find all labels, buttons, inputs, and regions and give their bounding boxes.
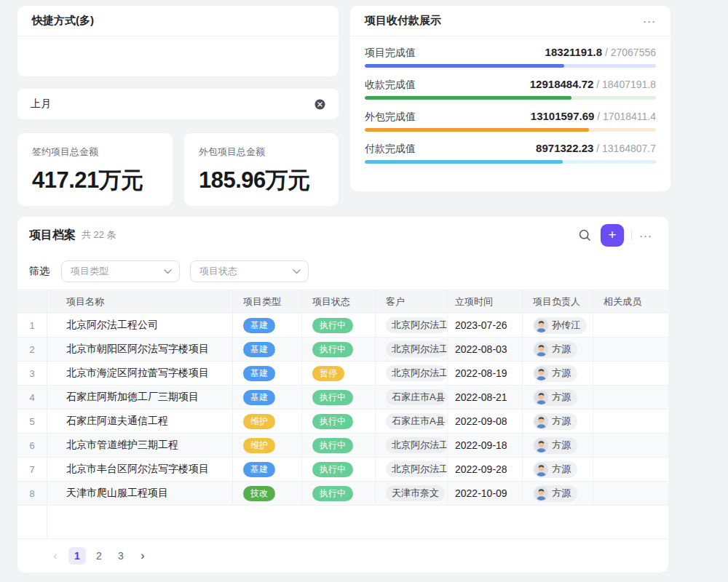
quick-filter-card[interactable]: 上月: [17, 89, 339, 119]
archive-header: 项目档案 共 22 条 + ···: [17, 217, 668, 253]
pagination-page-3[interactable]: 3: [112, 547, 130, 565]
project-name-cell: 北京阿尔法工程公司: [47, 314, 233, 338]
stat-card-outsourced-amount: 外包项目总金额 185.96万元: [184, 133, 339, 206]
archive-table: 项目名称 项目类型 项目状态 客户 立项时间 项目负责人 相关成员 1 北京阿尔…: [17, 290, 668, 539]
table-row[interactable]: 7 北京市丰台区阿尔法写字楼项目 基建 执行中 北京阿尔法工程公司 2022-0…: [17, 458, 668, 482]
table-row[interactable]: 3 北京市海淀区阿拉蕾写字楼项目 基建 暂停 北京阿尔法工程公司 2022-08…: [17, 362, 668, 386]
project-status-cell: 执行中: [302, 458, 376, 482]
owner-pill: 方源: [533, 437, 577, 454]
filter-project-status-dropdown[interactable]: 项目状态: [190, 260, 309, 282]
col-project-type: 项目类型: [233, 290, 302, 314]
project-status-tag: 执行中: [312, 318, 353, 333]
row-number: 7: [17, 458, 47, 482]
metric-total-value: / 17018411.4: [594, 111, 656, 122]
col-members: 相关成员: [593, 290, 668, 314]
filter-project-type-dropdown[interactable]: 项目类型: [61, 260, 180, 282]
start-date-cell: 2022-09-28: [448, 458, 523, 482]
owner-name: 方源: [552, 367, 571, 380]
clear-filter-icon[interactable]: [314, 99, 325, 110]
owner-cell: 方源: [523, 338, 593, 362]
divider: [631, 229, 632, 241]
metric-label: 收款完成值: [365, 79, 416, 92]
owner-pill: 方源: [533, 413, 577, 430]
owner-pill: 孙传江: [533, 317, 587, 334]
stat-value: 185.96万元: [199, 165, 324, 196]
owner-cell: 方源: [523, 410, 593, 434]
row-number: 3: [17, 362, 47, 386]
project-type-tag: 技改: [243, 486, 275, 501]
archive-title: 项目档案: [29, 228, 76, 243]
stat-card-signed-amount: 签约项目总金额 417.21万元: [17, 133, 173, 206]
pagination: ‹123›: [17, 539, 668, 565]
search-icon[interactable]: [574, 225, 595, 245]
progress-track: [365, 64, 656, 68]
project-archive-card: 项目档案 共 22 条 + ··· 筛选 项目类型 项目状态: [17, 217, 668, 573]
table-row[interactable]: 4 石家庄阿斯加德工厂三期项目 基建 执行中 石家庄市A县 2022-08-21…: [17, 386, 668, 410]
stat-label: 外包项目总金额: [199, 146, 324, 159]
pagination-prev-icon[interactable]: ‹: [47, 547, 64, 565]
metric-current-value: 8971322.23: [536, 142, 593, 154]
row-number: 4: [17, 386, 47, 410]
filter-label: 筛选: [29, 265, 50, 278]
project-name-cell: 北京市丰台区阿尔法写字楼项目: [47, 458, 233, 482]
project-type-tag: 维护: [243, 438, 275, 453]
metric-label: 付款完成值: [365, 143, 416, 156]
stat-label: 签约项目总金额: [32, 146, 158, 159]
payment-display-card: 项目收付款展示 ··· 项目完成值 18321191.8 / 27067556 …: [350, 6, 670, 191]
stat-value: 417.21万元: [32, 165, 158, 196]
customer-pill: 北京阿尔法工程公司: [386, 341, 447, 358]
pagination-page-2[interactable]: 2: [90, 547, 108, 565]
payment-metric: 项目完成值 18321191.8 / 27067556: [365, 46, 656, 68]
table-row[interactable]: 6 北京市管道维护三期工程 维护 执行中 北京阿尔法工程公司 2022-09-1…: [17, 434, 668, 458]
table-row[interactable]: 5 石家庄阿道夫通信工程 维护 执行中 石家庄市A县 2022-09-08 方源: [17, 410, 668, 434]
owner-pill: 方源: [533, 341, 577, 358]
members-cell: [593, 386, 668, 410]
project-type-tag: 基建: [243, 366, 275, 381]
avatar: [534, 463, 548, 477]
customer-pill: 北京阿尔法工程公司: [386, 317, 447, 334]
owner-name: 方源: [552, 463, 571, 476]
project-type-cell: 技改: [233, 482, 302, 506]
start-date-cell: 2023-07-26: [448, 314, 523, 338]
dropdown-placeholder: 项目状态: [199, 265, 237, 278]
progress-fill: [365, 128, 589, 132]
col-customer: 客户: [376, 290, 448, 314]
members-cell: [593, 434, 668, 458]
project-type-cell: 基建: [233, 362, 302, 386]
owner-pill: 方源: [533, 389, 577, 406]
shortcut-card: 快捷方式(多): [17, 6, 339, 76]
start-date-cell: 2022-08-21: [448, 386, 523, 410]
table-row[interactable]: 2 北京市朝阳区阿尔法写字楼项目 基建 执行中 北京阿尔法工程公司 2022-0…: [17, 338, 668, 362]
progress-track: [365, 128, 656, 132]
pagination-next-icon[interactable]: ›: [134, 547, 151, 565]
customer-cell: 石家庄市A县: [376, 386, 448, 410]
archive-more-icon[interactable]: ···: [639, 229, 652, 242]
add-record-button[interactable]: +: [601, 224, 624, 247]
project-status-tag: 执行中: [312, 462, 353, 477]
avatar: [534, 415, 548, 428]
members-cell: [593, 338, 668, 362]
pagination-page-1[interactable]: 1: [68, 547, 86, 565]
members-cell: [593, 362, 668, 386]
project-type-cell: 基建: [233, 386, 302, 410]
customer-pill: 北京阿尔法工程公司: [386, 437, 447, 454]
project-type-tag: 维护: [243, 414, 275, 429]
payment-card-header: 项目收付款展示 ···: [350, 6, 670, 36]
progress-track: [365, 160, 656, 164]
project-name-cell: 天津市爬山服工程项目: [47, 482, 233, 506]
members-cell: [593, 482, 668, 506]
more-icon[interactable]: ···: [643, 15, 656, 27]
customer-cell: 天津市奈文: [376, 482, 448, 506]
project-status-cell: 执行中: [302, 410, 376, 434]
metric-label: 外包完成值: [365, 111, 416, 124]
customer-cell: 北京阿尔法工程公司: [376, 314, 448, 338]
project-name-cell: 北京市朝阳区阿尔法写字楼项目: [47, 338, 233, 362]
chevron-down-icon: [293, 269, 301, 274]
owner-pill: 方源: [533, 485, 577, 502]
table-row[interactable]: 8 天津市爬山服工程项目 技改 执行中 天津市奈文 2022-10-09 方源: [17, 482, 668, 506]
dropdown-placeholder: 项目类型: [71, 265, 108, 278]
project-type-tag: 基建: [243, 390, 275, 405]
project-name-cell: 北京市管道维护三期工程: [47, 434, 233, 458]
table-row[interactable]: 1 北京阿尔法工程公司 基建 执行中 北京阿尔法工程公司 2023-07-26 …: [17, 314, 668, 338]
project-status-tag: 执行中: [312, 390, 353, 405]
